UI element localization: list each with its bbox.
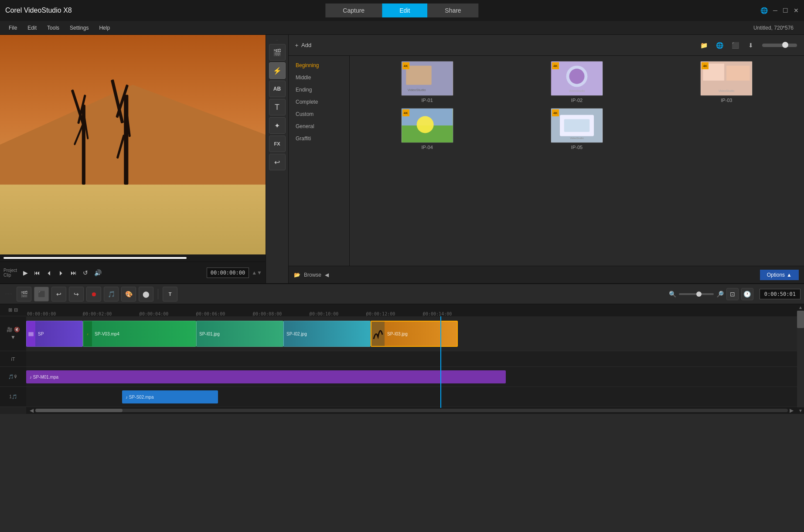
track-settings-icon[interactable]: ⊟ <box>14 307 18 313</box>
clip-music[interactable]: ♪ SP-M01.mpa <box>26 370 506 383</box>
tool-transitions[interactable]: ⚡ <box>269 62 286 79</box>
zoom-in-icon[interactable]: 🔎 <box>716 291 724 298</box>
title-track-icon[interactable]: iT <box>11 356 15 362</box>
tool-undo[interactable]: ↩ <box>269 154 286 170</box>
category-general[interactable]: General <box>289 120 349 132</box>
tl-special-btn[interactable]: ⬤ <box>139 287 153 302</box>
close-button[interactable]: ✕ <box>794 7 799 14</box>
zoom-out-icon[interactable]: 🔍 <box>669 291 676 298</box>
clip-spi03-thumb <box>371 322 385 346</box>
tab-edit[interactable]: Edit <box>382 3 427 17</box>
clip-spv03[interactable]: ♪ SP-V03.mp4 <box>83 321 196 347</box>
tab-capture[interactable]: Capture <box>325 3 382 17</box>
svg-rect-8 <box>124 95 128 184</box>
fast-fwd-button[interactable]: ⏭ <box>69 268 78 278</box>
maximize-button[interactable]: ☐ <box>783 7 788 14</box>
track-collapse-icon[interactable]: ▼ <box>10 334 16 340</box>
sort-icon[interactable]: ⬛ <box>729 39 741 51</box>
media-thumb-ip05[interactable]: 4K VideoStudio IP-05 <box>504 108 649 150</box>
timeline-vscroll: ▲ ▼ <box>797 304 804 414</box>
repeat-button[interactable]: ↺ <box>81 268 90 278</box>
media-thumb-ip04[interactable]: 4K IP-04 <box>355 108 499 150</box>
vscroll-up-arrow[interactable]: ▲ <box>797 304 804 311</box>
menu-file[interactable]: File <box>3 23 22 33</box>
vscroll-down-arrow[interactable]: ▼ <box>797 407 804 414</box>
collapse-icon[interactable]: ◀ <box>325 272 329 278</box>
media-thumb-ip01[interactable]: 4K VideoStudio IP-01 <box>355 61 499 103</box>
media-thumb-ip02[interactable]: 4K VideoStudio IP-02 <box>504 61 649 103</box>
playhead <box>440 316 441 408</box>
track-controls-panel: ⊞ ⊟ 🎥 🔇 ▼ iT 🎵🎙 1🎵 <box>0 304 26 414</box>
play-button[interactable]: ▶ <box>21 268 30 278</box>
options-button[interactable]: Options ▲ <box>760 270 799 280</box>
menu-settings[interactable]: Settings <box>65 23 94 33</box>
clip-sfx[interactable]: ♪ SP-S02.mpa <box>122 390 218 403</box>
category-middle[interactable]: Middle <box>289 71 349 84</box>
category-ending[interactable]: Ending <box>289 84 349 96</box>
step-back-button[interactable]: ⏴ <box>44 268 54 278</box>
minimize-button[interactable]: ─ <box>773 7 777 14</box>
menu-edit[interactable]: Edit <box>22 23 42 33</box>
add-track-icon[interactable]: ⊞ <box>8 307 12 313</box>
tab-share[interactable]: Share <box>427 3 478 17</box>
tl-titles-btn[interactable]: T <box>163 287 177 302</box>
step-fwd-button[interactable]: ⏵ <box>57 268 66 278</box>
volume-button[interactable]: 🔊 <box>92 268 103 278</box>
category-complete[interactable]: Complete <box>289 96 349 108</box>
tl-audio-btn[interactable]: 🎵 <box>104 287 119 302</box>
tool-text[interactable]: T <box>269 99 286 115</box>
svg-rect-14 <box>406 66 432 85</box>
menubar: File Edit Tools Settings Help Untitled, … <box>0 21 804 35</box>
clip-spi01[interactable]: SP-I01.jpg <box>196 321 283 347</box>
clip-sp-thumb: ▓▓ <box>27 321 35 346</box>
tool-fx[interactable]: FX <box>269 136 286 152</box>
folder-icon[interactable]: 📁 <box>698 39 710 51</box>
zoom-slider[interactable] <box>679 293 714 295</box>
globe-media-icon[interactable]: 🌐 <box>713 39 726 51</box>
timecode-stepper[interactable]: ▲▼ <box>252 270 262 276</box>
video-mute-icon[interactable]: 🔇 <box>14 327 20 332</box>
tool-titles[interactable]: AB <box>269 81 286 97</box>
size-slider[interactable] <box>762 44 797 47</box>
options-chevron-icon: ▲ <box>787 272 792 278</box>
music-track-icon[interactable]: 🎵🎙 <box>8 374 18 379</box>
tool-effects[interactable]: ✦ <box>269 117 286 134</box>
separator-1 <box>158 289 158 299</box>
ruler-mark-6: 00:00:12:00 <box>366 312 395 316</box>
tl-redo-btn[interactable]: ↪ <box>69 287 84 302</box>
tl-color-btn[interactable]: 🎨 <box>121 287 136 302</box>
tl-record-btn[interactable]: ⏺ <box>86 287 101 302</box>
video-camera-icon[interactable]: 🎥 <box>7 327 13 332</box>
sfx-track-icon[interactable]: 1🎵 <box>9 394 17 399</box>
clip-music-label: ♪ SP-M01.mpa <box>26 375 62 380</box>
thumb-label-ip03: IP-03 <box>721 98 732 103</box>
clip-spi02[interactable]: SP-I02.jpg <box>283 321 371 347</box>
rewind-button[interactable]: ⏮ <box>32 268 42 278</box>
category-beginning[interactable]: Beginning <box>289 59 349 71</box>
tl-storyboard-btn[interactable]: ⬛ <box>34 287 49 302</box>
download-icon[interactable]: ⬇ <box>745 39 757 51</box>
fit-btn[interactable]: ⊡ <box>726 288 739 300</box>
vscroll-track[interactable] <box>797 311 804 407</box>
scroll-left-arrow[interactable]: ◀ <box>28 407 35 413</box>
clip-sp[interactable]: ▓▓ SP <box>26 321 83 347</box>
globe-icon[interactable]: 🌐 <box>760 7 768 14</box>
add-button[interactable]: ＋ Add <box>294 41 311 49</box>
add-label: Add <box>301 42 311 48</box>
media-thumb-ip03[interactable]: 4K VideoStudio IP-03 <box>654 61 799 103</box>
tool-media[interactable]: 🎬 <box>269 44 286 61</box>
scrollbar-track[interactable] <box>35 409 788 412</box>
tl-undo-btn[interactable]: ↩ <box>51 287 66 302</box>
project-info: Untitled, 720*576 <box>753 25 801 31</box>
category-graffiti[interactable]: Graffiti <box>289 132 349 145</box>
scroll-right-arrow[interactable]: ▶ <box>788 407 795 413</box>
tl-clip-btn[interactable]: 🎬 <box>17 287 31 302</box>
clock-btn[interactable]: 🕐 <box>741 288 753 300</box>
menu-help[interactable]: Help <box>94 23 115 33</box>
menu-tools[interactable]: Tools <box>42 23 65 33</box>
browse-label[interactable]: Browse <box>304 272 321 278</box>
clip-spi03[interactable]: SP-I03.jpg <box>371 321 458 347</box>
category-custom[interactable]: Custom <box>289 108 349 120</box>
scrubber-bar[interactable] <box>0 254 266 261</box>
timeline-ruler: 00:00:00:00 00:00:02:00 00:00:04:00 00:0… <box>26 304 797 316</box>
